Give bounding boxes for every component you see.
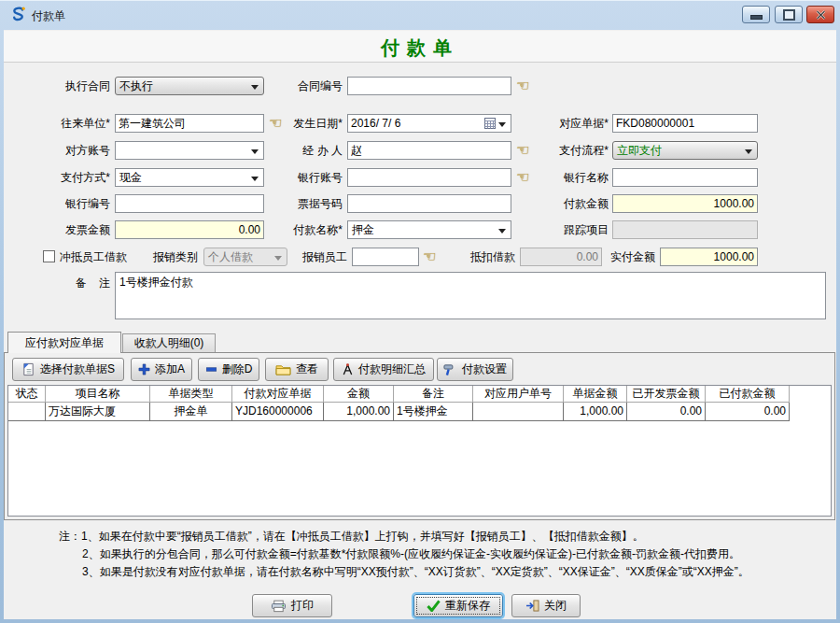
column-header[interactable]: 已开发票金额 bbox=[627, 386, 706, 403]
close-icon bbox=[816, 10, 826, 20]
app-icon bbox=[9, 6, 27, 23]
maximize-button[interactable] bbox=[775, 6, 803, 23]
reimburse-category-combobox: 个人借款 bbox=[203, 248, 287, 266]
pay-name-value: 押金 bbox=[352, 223, 374, 236]
invoice-amount-input[interactable] bbox=[115, 220, 264, 239]
payment-settings-button[interactable]: 付款设置 bbox=[437, 358, 513, 381]
bank-account-picker-hand-icon[interactable]: ☜ bbox=[516, 168, 535, 187]
reimburse-employee-picker-hand-icon[interactable]: ☜ bbox=[423, 248, 441, 266]
cell-project-name: 万达国际大厦 bbox=[46, 403, 150, 421]
remarks-textarea[interactable]: 1号楼押金付款 bbox=[115, 272, 826, 319]
pay-flow-combobox[interactable]: 立即支付 bbox=[612, 141, 758, 160]
tracking-project-label: 跟踪项目 bbox=[539, 220, 609, 239]
date-value: 2016/ 7/ 6 bbox=[351, 117, 400, 130]
actual-amount-input[interactable] bbox=[660, 248, 758, 266]
grid-header-row: 状态 项目名称 单据类型 付款对应单据 金额 备注 对应用户单号 单据金额 已开… bbox=[8, 386, 831, 403]
dialog-close-button[interactable]: 关闭 bbox=[511, 594, 581, 617]
counter-account-label: 对方账号 bbox=[35, 141, 110, 160]
select-payment-doc-button[interactable]: 选择付款单据S bbox=[12, 358, 124, 381]
column-header[interactable]: 单据类型 bbox=[150, 386, 232, 403]
exit-icon bbox=[525, 600, 539, 612]
column-header[interactable]: 备注 bbox=[394, 386, 473, 403]
pay-amount-label: 付款金额 bbox=[539, 194, 609, 213]
offset-employee-loan-checkbox[interactable] bbox=[43, 250, 55, 262]
plus-icon bbox=[138, 363, 150, 375]
invoice-amount-label: 发票金额 bbox=[35, 220, 110, 239]
payment-documents-grid: 状态 项目名称 单据类型 付款对应单据 金额 备注 对应用户单号 单据金额 已开… bbox=[7, 385, 832, 517]
column-header[interactable]: 已付款金额 bbox=[706, 386, 790, 403]
bank-name-input[interactable] bbox=[612, 168, 758, 187]
bill-number-input[interactable] bbox=[347, 194, 511, 213]
table-row[interactable]: 万达国际大厦 押金单 YJD160000006 1,000.00 1号楼押金 1… bbox=[8, 403, 831, 421]
date-picker[interactable]: 2016/ 7/ 6 bbox=[347, 114, 511, 133]
execute-contract-label: 执行合同 bbox=[35, 77, 110, 95]
minus-icon bbox=[205, 366, 217, 373]
view-button[interactable]: 查看 bbox=[265, 358, 329, 381]
notepad-icon bbox=[21, 362, 35, 376]
pay-amount-input[interactable] bbox=[612, 194, 758, 213]
contract-number-input[interactable] bbox=[347, 77, 511, 95]
note-line-2: 2、如果执行的分包合同，那么可付款金额=付款基数*付款限额%-(应收履约保证金-… bbox=[82, 546, 740, 562]
handler-input[interactable] bbox=[347, 141, 511, 160]
counterparty-input[interactable] bbox=[115, 114, 264, 133]
add-button[interactable]: 添加A bbox=[131, 358, 192, 381]
bank-code-input[interactable] bbox=[115, 194, 264, 213]
cell-doc-number: YJD160000006 bbox=[232, 403, 324, 421]
pay-name-label: 付款名称* bbox=[271, 220, 343, 239]
resave-button[interactable]: 重新保存 bbox=[413, 594, 503, 617]
payment-detail-summary-button[interactable]: 付款明细汇总 bbox=[333, 358, 434, 381]
actual-amount-label: 实付金额 bbox=[599, 248, 655, 266]
maximize-icon bbox=[783, 9, 795, 21]
bank-account-input[interactable] bbox=[347, 168, 511, 187]
column-header[interactable]: 单据金额 bbox=[564, 386, 627, 403]
pay-method-value: 现金 bbox=[119, 171, 142, 184]
reimburse-category-value: 个人借款 bbox=[208, 250, 253, 263]
print-button[interactable]: 打印 bbox=[252, 594, 332, 617]
column-header[interactable]: 金额 bbox=[324, 386, 394, 403]
cell-status bbox=[8, 403, 46, 421]
minimize-button[interactable] bbox=[742, 6, 770, 23]
ref-document-input[interactable] bbox=[612, 114, 758, 133]
bank-account-label: 银行账号 bbox=[271, 168, 343, 187]
calendar-icon bbox=[484, 118, 496, 129]
folder-icon bbox=[275, 363, 291, 375]
check-icon bbox=[427, 600, 441, 612]
column-header[interactable]: 项目名称 bbox=[46, 386, 150, 403]
pay-name-combobox[interactable]: 押金 bbox=[347, 220, 511, 239]
contract-picker-hand-icon[interactable]: ☜ bbox=[516, 77, 535, 95]
handler-picker-hand-icon[interactable]: ☜ bbox=[516, 141, 535, 160]
pay-flow-label: 支付流程* bbox=[539, 141, 609, 160]
deduct-loan-label: 抵扣借款 bbox=[459, 248, 515, 266]
deduct-loan-input bbox=[520, 248, 602, 266]
column-header[interactable]: 对应用户单号 bbox=[473, 386, 564, 403]
remarks-label: 备 注 bbox=[35, 274, 110, 292]
tab-payee-detail[interactable]: 收款人明细(0) bbox=[122, 333, 216, 352]
execute-contract-combobox[interactable]: 不执行 bbox=[115, 77, 264, 95]
column-header[interactable]: 状态 bbox=[8, 386, 46, 403]
dropdown-arrow-icon bbox=[251, 149, 259, 154]
bill-number-label: 票据号码 bbox=[271, 194, 343, 213]
execute-contract-value: 不执行 bbox=[119, 79, 153, 92]
column-header[interactable]: 付款对应单据 bbox=[232, 386, 324, 403]
reimburse-employee-label: 报销员工 bbox=[291, 248, 347, 266]
hammer-icon bbox=[443, 363, 457, 376]
tab-payable-documents[interactable]: 应付款对应单据 bbox=[7, 332, 121, 353]
pay-method-combobox[interactable]: 现金 bbox=[115, 168, 264, 187]
cell-remark: 1号楼押金 bbox=[394, 403, 473, 421]
cell-amount: 1,000.00 bbox=[324, 403, 394, 421]
tracking-project-input bbox=[612, 220, 758, 239]
close-button[interactable] bbox=[806, 6, 834, 23]
summary-icon bbox=[342, 363, 354, 375]
cell-paid-amount: 0.00 bbox=[706, 403, 790, 421]
page-title: 付款单 bbox=[0, 35, 840, 61]
delete-button[interactable]: 删除D bbox=[198, 358, 259, 381]
counter-account-combobox[interactable] bbox=[115, 141, 264, 160]
reimburse-employee-input[interactable] bbox=[352, 248, 419, 266]
handler-label: 经 办 人 bbox=[271, 141, 343, 160]
bank-name-label: 银行名称 bbox=[539, 168, 609, 187]
dropdown-arrow-icon bbox=[274, 256, 282, 261]
date-label: 发生日期* bbox=[271, 114, 343, 133]
contract-number-label: 合同编号 bbox=[271, 77, 343, 95]
cell-doc-type: 押金单 bbox=[150, 403, 232, 421]
ref-document-label: 对应单据* bbox=[539, 114, 609, 133]
